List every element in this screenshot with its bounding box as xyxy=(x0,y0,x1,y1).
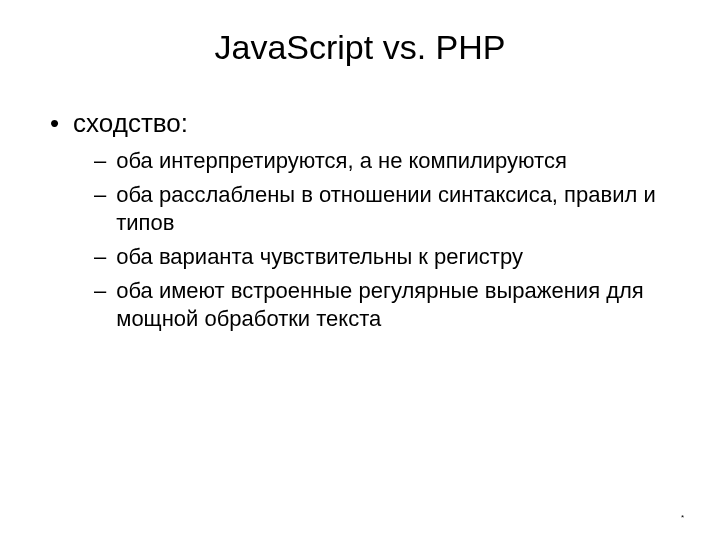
list-item-text: оба имеют встроенные регулярные выражени… xyxy=(116,277,670,333)
list-item: – оба расслаблены в отношении синтаксиса… xyxy=(94,181,670,237)
dash-icon: – xyxy=(94,243,106,271)
footer-mark: * xyxy=(681,513,684,522)
bullet-icon: • xyxy=(50,107,59,139)
list-item-text: сходство: xyxy=(73,107,188,139)
list-item: – оба интерпретируются, а не компилируют… xyxy=(94,147,670,175)
list-item-text: оба варианта чувствительны к регистру xyxy=(116,243,523,271)
list-item: • сходство: xyxy=(50,107,670,139)
dash-icon: – xyxy=(94,181,106,209)
dash-icon: – xyxy=(94,147,106,175)
list-item: – оба варианта чувствительны к регистру xyxy=(94,243,670,271)
list-item-text: оба расслаблены в отношении синтаксиса, … xyxy=(116,181,670,237)
slide-content: • сходство: – оба интерпретируются, а не… xyxy=(50,107,670,333)
list-item-text: оба интерпретируются, а не компилируются xyxy=(116,147,567,175)
list-item: – оба имеют встроенные регулярные выраже… xyxy=(94,277,670,333)
dash-icon: – xyxy=(94,277,106,305)
slide: JavaScript vs. PHP • сходство: – оба инт… xyxy=(0,0,720,540)
sublist: – оба интерпретируются, а не компилируют… xyxy=(50,147,670,333)
slide-title: JavaScript vs. PHP xyxy=(50,28,670,67)
